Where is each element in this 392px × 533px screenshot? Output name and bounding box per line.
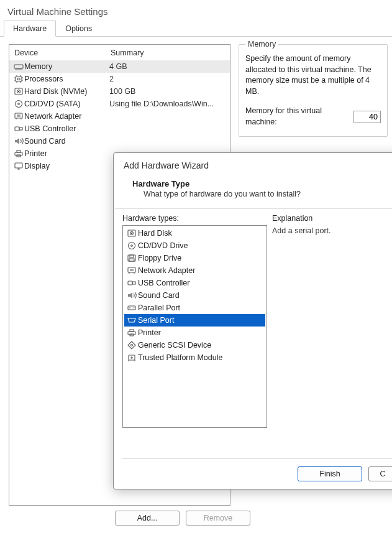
wizard-question: What type of hardware do you want to ins…: [132, 188, 392, 198]
svg-rect-0: [14, 65, 23, 68]
svg-point-29: [133, 319, 134, 320]
display-icon: [13, 161, 24, 171]
svg-point-6: [16, 101, 22, 108]
cancel-button[interactable]: C: [368, 466, 392, 481]
svg-point-27: [129, 319, 130, 320]
device-row-cd-dvd-sata-[interactable]: CD/DVD (SATA)Using file D:\Downloads\Win…: [9, 98, 230, 110]
hw-type-label: Parallel Port: [138, 304, 180, 312]
sound-icon: [13, 136, 24, 146]
usb-icon: [13, 124, 24, 134]
device-name: Processors: [24, 75, 109, 83]
device-name: Sound Card: [24, 137, 109, 146]
hardware-types-list[interactable]: Hard DiskCD/DVD DriveFloppy DriveNetwork…: [122, 225, 267, 428]
memory-group-label: Memory: [245, 40, 278, 49]
device-row-processors[interactable]: Processors2: [9, 73, 230, 85]
wizard-footer: Finish C: [122, 458, 392, 481]
device-name: USB Controller: [24, 124, 109, 133]
finish-button[interactable]: Finish: [298, 466, 362, 481]
svg-point-31: [132, 320, 133, 321]
memory-desc: Specify the amount of memory allocated t…: [245, 53, 381, 97]
svg-rect-25: [132, 282, 135, 284]
disk-icon: [125, 228, 138, 239]
hw-type-label: Printer: [138, 328, 161, 337]
device-summary: 2: [109, 75, 226, 83]
floppy-icon: [125, 253, 138, 264]
svg-point-19: [131, 245, 133, 247]
tpm-icon: [125, 352, 138, 363]
hw-type-label: Network Adapter: [138, 266, 195, 275]
hw-type-floppy-drive[interactable]: Floppy Drive: [124, 252, 265, 264]
svg-rect-10: [19, 127, 22, 130]
explanation-label: Explanation: [272, 214, 392, 223]
usb-icon: [125, 277, 138, 289]
hw-type-trusted-platform-module[interactable]: Trusted Platform Module: [124, 351, 265, 364]
hw-type-label: USB Controller: [138, 279, 189, 287]
add-button[interactable]: Add...: [115, 511, 180, 526]
hw-type-generic-scsi-device[interactable]: Generic SCSI Device: [124, 339, 265, 351]
device-row-usb-controller[interactable]: USB Controller: [9, 123, 230, 135]
svg-rect-1: [16, 76, 22, 81]
device-name: Hard Disk (NVMe): [24, 87, 109, 96]
remove-button: Remove: [186, 511, 250, 526]
cd-icon: [13, 99, 24, 109]
device-row-memory[interactable]: Memory4 GB: [9, 60, 230, 73]
scsi-icon: [125, 340, 138, 351]
hw-type-network-adapter[interactable]: Network Adapter: [124, 264, 265, 277]
tab-hardware[interactable]: Hardware: [4, 21, 56, 37]
hw-type-parallel-port[interactable]: Parallel Port: [124, 302, 265, 314]
main-tabs: Hardware Options: [0, 21, 392, 37]
svg-point-35: [131, 345, 133, 346]
memory-input[interactable]: [353, 111, 381, 123]
net-icon: [13, 111, 24, 121]
wizard-heading: Hardware Type: [132, 179, 392, 188]
hardware-types-label: Hardware types:: [122, 214, 267, 223]
svg-rect-24: [128, 281, 132, 285]
serial-icon: [125, 315, 138, 326]
svg-rect-33: [130, 330, 134, 331]
wizard-title: Add Hardware Wizard: [114, 153, 392, 170]
device-row-sound-card[interactable]: Sound Card: [9, 135, 230, 147]
hw-type-label: Trusted Platform Module: [138, 353, 222, 362]
svg-point-30: [130, 320, 131, 321]
printer-icon: [125, 327, 138, 338]
svg-point-5: [18, 91, 19, 91]
device-name: Printer: [24, 149, 109, 158]
device-summary: 4 GB: [109, 62, 226, 71]
device-name: Network Adapter: [24, 112, 109, 121]
svg-rect-21: [130, 255, 134, 257]
svg-rect-12: [17, 151, 21, 152]
add-hardware-wizard: Add Hardware Wizard Hardware Type What t…: [113, 152, 392, 489]
hw-type-label: Serial Port: [138, 316, 174, 325]
hw-type-label: CD/DVD Drive: [138, 241, 188, 250]
hw-type-serial-port[interactable]: Serial Port: [124, 314, 265, 327]
hw-type-label: Floppy Drive: [138, 254, 181, 262]
hw-type-hard-disk[interactable]: Hard Disk: [124, 227, 265, 239]
device-name: Memory: [24, 62, 109, 71]
svg-rect-2: [17, 78, 20, 80]
net-icon: [125, 265, 138, 276]
device-summary: Using file D:\Downloads\Win...: [109, 100, 226, 108]
window-title: Virtual Machine Settings: [0, 0, 392, 21]
hw-type-label: Hard Disk: [138, 229, 172, 238]
device-buttons: Add... Remove: [115, 511, 250, 526]
device-row-network-adapter[interactable]: Network Adapter: [9, 110, 230, 123]
hw-type-cd-dvd-drive[interactable]: CD/DVD Drive: [124, 239, 265, 252]
device-name: CD/DVD (SATA): [24, 100, 109, 108]
svg-rect-23: [128, 267, 135, 272]
svg-point-18: [129, 243, 135, 249]
hw-type-label: Sound Card: [138, 291, 180, 300]
memory-field-label: Memory for this virtual machine:: [245, 106, 353, 127]
cd-icon: [125, 240, 138, 251]
explanation-text: Add a serial port.: [272, 226, 392, 235]
device-row-hard-disk-nvme-[interactable]: Hard Disk (NVMe)100 GB: [9, 85, 230, 98]
hw-type-printer[interactable]: Printer: [124, 327, 265, 339]
cpu-icon: [13, 74, 24, 84]
svg-rect-14: [15, 163, 22, 168]
device-name: Display: [24, 162, 109, 170]
svg-rect-8: [15, 113, 22, 118]
summary-col-header: Summary: [111, 49, 144, 57]
hw-type-sound-card[interactable]: Sound Card: [124, 289, 265, 302]
hw-type-usb-controller[interactable]: USB Controller: [124, 277, 265, 289]
tab-options[interactable]: Options: [56, 21, 101, 36]
printer-icon: [13, 149, 24, 159]
